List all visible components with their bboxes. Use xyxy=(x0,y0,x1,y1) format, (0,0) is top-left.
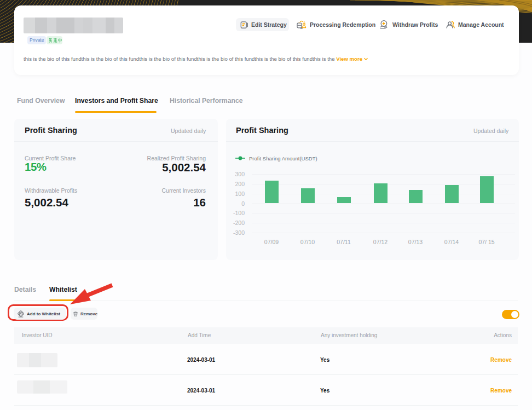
svg-text:Profit Sharing Amount(USDT): Profit Sharing Amount(USDT) xyxy=(249,155,317,161)
